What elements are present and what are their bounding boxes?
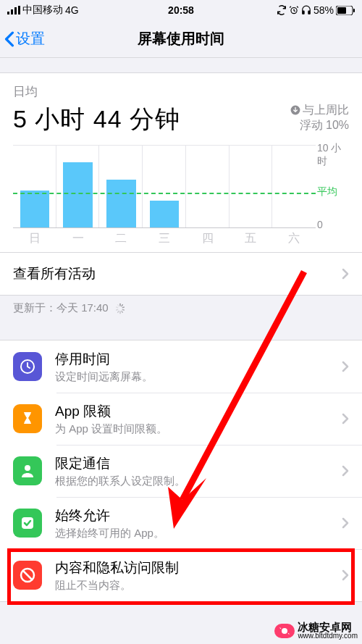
back-label: 设置 — [16, 29, 45, 49]
chevron-right-icon — [342, 268, 349, 280]
content-icon — [13, 561, 42, 590]
settings-row-downtime[interactable]: 停用时间设定时间远离屏幕。 — [0, 340, 362, 393]
svg-point-28 — [282, 628, 287, 634]
usage-bar-chart: 10 小时 平均 0 日一二三四五六 — [13, 145, 349, 246]
svg-line-13 — [122, 307, 124, 308]
settings-row-comm[interactable]: 限定通信根据您的联系人设定限制。 — [0, 445, 362, 497]
sync-icon — [277, 5, 287, 15]
chart-column — [272, 146, 316, 227]
row-subtitle: 阻止不当内容。 — [55, 579, 342, 593]
svg-line-18 — [116, 309, 117, 310]
chevron-right-icon — [342, 569, 349, 581]
chart-column — [143, 146, 186, 227]
chart-bar — [63, 162, 93, 227]
week-delta: 与上周比 浮动 10% — [290, 103, 349, 133]
svg-line-17 — [117, 311, 118, 312]
svg-point-22 — [25, 465, 30, 471]
chevron-right-icon — [342, 517, 349, 529]
row-title: 始终允许 — [55, 506, 342, 525]
y-zero-label: 0 — [317, 219, 349, 230]
svg-rect-9 — [353, 9, 355, 12]
chevron-right-icon — [342, 465, 349, 477]
chevron-right-icon — [342, 413, 349, 425]
x-label: 四 — [186, 231, 230, 246]
headphones-icon — [301, 5, 311, 15]
row-subtitle: 选择始终可用的 App。 — [55, 527, 342, 540]
svg-rect-8 — [337, 7, 346, 14]
settings-row-applimits[interactable]: App 限额为 App 设置时间限额。 — [0, 393, 362, 445]
chart-column — [13, 146, 56, 227]
svg-line-19 — [116, 307, 117, 308]
svg-line-12 — [122, 304, 122, 306]
y-avg-label: 平均 — [317, 185, 349, 198]
carrier-label: 中国移动 — [22, 4, 63, 17]
battery-icon — [336, 6, 355, 15]
chevron-right-icon — [342, 361, 349, 372]
row-title: 停用时间 — [55, 350, 342, 369]
back-button[interactable]: 设置 — [0, 29, 45, 49]
svg-rect-6 — [308, 11, 310, 14]
network-label: 4G — [65, 4, 79, 16]
view-all-activity-row[interactable]: 查看所有活动 — [0, 253, 362, 296]
down-arrow-icon — [290, 105, 300, 115]
chart-column — [99, 146, 143, 227]
row-subtitle: 设定时间远离屏幕。 — [55, 370, 342, 384]
x-label: 五 — [230, 231, 273, 246]
row-title: 内容和隐私访问限制 — [55, 559, 342, 577]
view-all-label: 查看所有活动 — [13, 264, 96, 283]
chart-column — [56, 146, 100, 227]
row-title: 限定通信 — [55, 454, 342, 473]
y-max-label: 10 小时 — [317, 142, 349, 168]
chevron-left-icon — [4, 31, 14, 47]
daily-avg-value: 5 小时 44 分钟 — [13, 103, 180, 136]
row-title: App 限额 — [55, 402, 342, 421]
usage-summary-card[interactable]: 日均 5 小时 44 分钟 与上周比 浮动 10% 10 小时 平均 0 日一二… — [0, 72, 362, 253]
chart-column — [186, 146, 230, 227]
battery-pct: 58% — [313, 4, 334, 16]
svg-rect-2 — [14, 7, 17, 14]
svg-rect-5 — [303, 11, 304, 14]
chart-bar — [106, 180, 136, 227]
svg-rect-1 — [11, 9, 13, 14]
avg-line — [13, 193, 316, 194]
svg-line-25 — [23, 571, 32, 580]
downtime-icon — [13, 352, 42, 381]
svg-rect-0 — [7, 12, 9, 14]
svg-line-20 — [117, 304, 118, 306]
status-bar: 中国移动 4G 20:58 58% — [0, 0, 362, 20]
clock: 20:58 — [168, 4, 194, 16]
row-subtitle: 为 App 设置时间限额。 — [55, 422, 342, 436]
x-label: 日 — [13, 231, 56, 246]
x-label: 六 — [272, 231, 316, 246]
spinner-icon — [114, 303, 126, 314]
last-updated: 更新于：今天 17:40 — [0, 296, 362, 321]
x-label: 一 — [56, 231, 100, 246]
alarm-icon — [289, 5, 299, 15]
chart-bar — [20, 191, 50, 227]
x-label: 三 — [143, 231, 186, 246]
chart-column — [230, 146, 273, 227]
svg-line-15 — [122, 311, 122, 312]
settings-row-content[interactable]: 内容和隐私访问限制阻止不当内容。 — [0, 549, 362, 601]
svg-line-14 — [122, 309, 124, 310]
settings-list: 停用时间设定时间远离屏幕。App 限额为 App 设置时间限额。限定通信根据您的… — [0, 340, 362, 602]
svg-rect-3 — [18, 6, 20, 14]
row-subtitle: 根据您的联系人设定限制。 — [55, 474, 342, 488]
x-label: 二 — [99, 231, 143, 246]
always-icon — [13, 509, 42, 538]
nav-bar: 设置 屏幕使用时间 — [0, 20, 362, 58]
watermark: 冰糖安卓网 www.bltdtdmy.com — [274, 622, 358, 640]
applimits-icon — [13, 404, 42, 433]
chart-bar — [150, 201, 180, 227]
candy-icon — [279, 625, 290, 637]
daily-avg-label: 日均 — [13, 83, 349, 100]
comm-icon — [13, 456, 42, 485]
settings-row-always[interactable]: 始终允许选择始终可用的 App。 — [0, 497, 362, 549]
page-title: 屏幕使用时间 — [0, 29, 362, 49]
signal-icon — [7, 6, 20, 14]
